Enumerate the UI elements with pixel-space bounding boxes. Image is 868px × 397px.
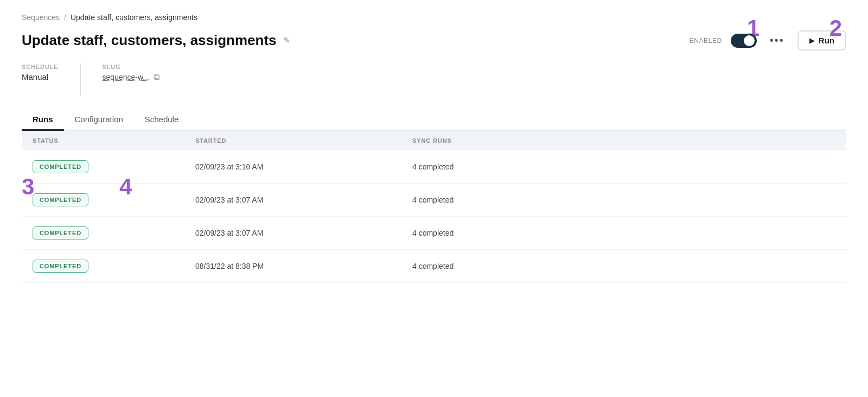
edit-icon[interactable]: ✎: [283, 35, 290, 46]
slug-row: sequence-w... ⧉: [103, 72, 159, 82]
col-header-status: STATUS: [33, 137, 195, 144]
status-cell-1: COMPLETED: [33, 193, 195, 206]
sync-cell-1: 4 completed: [412, 196, 835, 204]
schedule-field: SCHEDULE Manual: [22, 64, 59, 96]
slug-value: sequence-w...: [103, 73, 149, 81]
started-cell-2: 02/09/23 at 3:07 AM: [195, 229, 412, 237]
status-badge-3: COMPLETED: [33, 260, 88, 273]
status-badge-1: COMPLETED: [33, 193, 88, 206]
tabs: Runs Configuration Schedule: [22, 109, 846, 131]
breadcrumb: Sequences / Update staff, customers, ass…: [22, 13, 846, 22]
sync-cell-0: 4 completed: [412, 162, 835, 171]
more-options-button[interactable]: •••: [765, 32, 789, 49]
header-row: Update staff, customers, assignments ✎ E…: [22, 30, 846, 51]
play-icon: ▶: [809, 37, 814, 45]
meta-divider: [80, 64, 81, 96]
enabled-label: ENABLED: [690, 37, 722, 45]
status-cell-3: COMPLETED: [33, 260, 195, 273]
meta-row: SCHEDULE Manual SLUG sequence-w... ⧉: [22, 64, 846, 96]
started-cell-0: 02/09/23 at 3:10 AM: [195, 162, 412, 171]
started-cell-3: 08/31/22 at 8:38 PM: [195, 262, 412, 270]
status-badge-0: COMPLETED: [33, 160, 88, 173]
breadcrumb-separator: /: [64, 13, 66, 22]
slug-label: SLUG: [103, 64, 159, 70]
schedule-value: Manual: [22, 72, 59, 81]
col-header-sync-runs: SYNC RUNS: [412, 137, 835, 144]
copy-icon[interactable]: ⧉: [154, 72, 159, 82]
run-button[interactable]: ▶ Run: [797, 30, 846, 51]
header-left: Update staff, customers, assignments ✎: [22, 32, 290, 49]
table-row[interactable]: COMPLETED 02/09/23 at 3:07 AM 4 complete…: [22, 184, 846, 217]
table-row[interactable]: COMPLETED 02/09/23 at 3:07 AM 4 complete…: [22, 217, 846, 250]
col-header-started: STARTED: [195, 137, 412, 144]
sync-cell-2: 4 completed: [412, 229, 835, 237]
sync-cell-3: 4 completed: [412, 262, 835, 270]
tab-runs[interactable]: Runs: [22, 109, 64, 131]
status-cell-0: COMPLETED: [33, 160, 195, 173]
page: 1 2 3 4 Sequences / Update staff, custom…: [0, 0, 868, 397]
schedule-label: SCHEDULE: [22, 64, 59, 70]
status-cell-2: COMPLETED: [33, 226, 195, 240]
table-header: STATUS STARTED SYNC RUNS: [22, 131, 846, 150]
header-right: ENABLED ••• ▶ Run: [690, 30, 846, 51]
breadcrumb-current: Update staff, customers, assignments: [71, 13, 197, 22]
table-row[interactable]: COMPLETED 02/09/23 at 3:10 AM 4 complete…: [22, 150, 846, 184]
page-title: Update staff, customers, assignments: [22, 32, 277, 49]
status-badge-2: COMPLETED: [33, 226, 88, 240]
started-cell-1: 02/09/23 at 3:07 AM: [195, 196, 412, 204]
table-container: STATUS STARTED SYNC RUNS COMPLETED 02/09…: [22, 131, 846, 283]
tab-schedule[interactable]: Schedule: [134, 109, 190, 131]
breadcrumb-parent[interactable]: Sequences: [22, 13, 60, 22]
run-label: Run: [819, 36, 834, 45]
toggle-knob: [744, 35, 755, 46]
slug-field: SLUG sequence-w... ⧉: [103, 64, 159, 96]
table-row[interactable]: COMPLETED 08/31/22 at 8:38 PM 4 complete…: [22, 250, 846, 283]
tab-configuration[interactable]: Configuration: [64, 109, 134, 131]
enabled-toggle[interactable]: [731, 34, 757, 48]
